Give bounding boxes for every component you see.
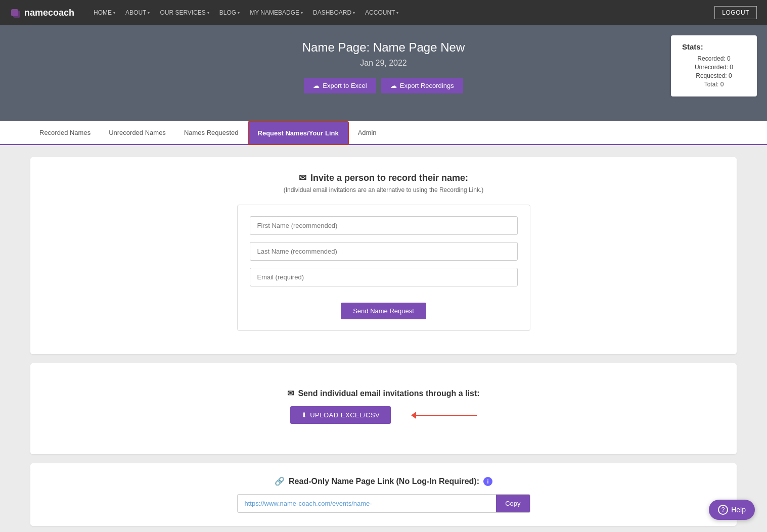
caret-icon: ▾ (207, 11, 209, 15)
tabs-section: Recorded Names Unrecorded Names Names Re… (0, 121, 767, 145)
send-list-section: ✉ Send individual email invitations thro… (56, 378, 711, 439)
export-recordings-button[interactable]: ☁ Export Recordings (381, 78, 463, 93)
caret-icon: ▾ (301, 11, 303, 15)
stat-recorded: Recorded: 0 (682, 55, 746, 62)
svg-rect-1 (13, 11, 20, 18)
info-icon: i (483, 477, 492, 486)
export-excel-button[interactable]: ☁ Export to Excel (304, 78, 376, 93)
send-list-card: ✉ Send individual email invitations thro… (30, 363, 737, 454)
send-name-request-button[interactable]: Send Name Request (341, 303, 426, 319)
arrow-line (416, 415, 477, 416)
read-only-title: 🔗 Read-Only Name Page Link (No Log-In Re… (56, 476, 711, 486)
tab-admin[interactable]: Admin (349, 121, 386, 145)
logo-text: namecoach (24, 8, 74, 18)
stat-requested: Requested: 0 (682, 72, 746, 79)
help-button[interactable]: ? Help (709, 500, 755, 520)
caret-icon: ▾ (148, 11, 150, 15)
upload-icon: ☁ (390, 82, 397, 89)
stats-box: Stats: Recorded: 0 Unrecorded: 0 Request… (671, 35, 757, 96)
main-content: ✉ Invite a person to record their name: … (0, 145, 767, 532)
last-name-input[interactable] (250, 242, 518, 261)
read-only-card: 🔗 Read-Only Name Page Link (No Log-In Re… (30, 463, 737, 526)
nav-home[interactable]: HOME ▾ (89, 6, 119, 19)
tab-names-requested[interactable]: Names Requested (175, 121, 248, 145)
help-circle-icon: ? (718, 505, 728, 515)
upload-icon: ☁ (313, 82, 320, 89)
invite-form-card: Send Name Request (237, 205, 530, 331)
nav-about[interactable]: ABOUT ▾ (121, 6, 154, 19)
stat-total: Total: 0 (682, 81, 746, 88)
caret-icon: ▾ (396, 11, 398, 15)
caret-icon: ▾ (238, 11, 240, 15)
arrow-head-icon (411, 412, 416, 419)
send-list-title: ✉ Send individual email invitations thro… (56, 389, 711, 398)
arrow-indicator (411, 412, 477, 419)
nav-links: HOME ▾ ABOUT ▾ OUR SERVICES ▾ BLOG ▾ MY … (89, 6, 714, 19)
envelope-list-icon: ✉ (287, 389, 294, 398)
invite-subtitle: (Individual email invitations are an alt… (56, 186, 711, 194)
stats-title: Stats: (682, 42, 746, 51)
logout-button[interactable]: LOGOUT (714, 6, 757, 19)
upload-area: ⬇ UPLOAD EXCEL/CSV (56, 406, 711, 424)
page-title: Name Page: Name Page New (10, 40, 757, 55)
read-only-link-input[interactable] (238, 495, 497, 512)
link-input-row: Copy (237, 494, 530, 513)
envelope-icon: ✉ (299, 172, 306, 183)
caret-icon: ▾ (113, 11, 115, 15)
link-icon: 🔗 (275, 476, 285, 486)
first-name-input[interactable] (250, 216, 518, 235)
logo-icon (10, 7, 21, 18)
caret-icon: ▾ (353, 11, 355, 15)
navbar: namecoach HOME ▾ ABOUT ▾ OUR SERVICES ▾ … (0, 0, 767, 25)
invite-title: ✉ Invite a person to record their name: (56, 172, 711, 183)
header-buttons: ☁ Export to Excel ☁ Export Recordings (10, 78, 757, 93)
invite-card: ✉ Invite a person to record their name: … (30, 157, 737, 354)
header-section: Name Page: Name Page New Jan 29, 2022 ☁ … (0, 25, 767, 121)
logo[interactable]: namecoach (10, 7, 74, 18)
copy-link-button[interactable]: Copy (496, 495, 529, 512)
nav-blog[interactable]: BLOG ▾ (215, 6, 244, 19)
email-input[interactable] (250, 268, 518, 286)
upload-excel-csv-button[interactable]: ⬇ UPLOAD EXCEL/CSV (290, 406, 391, 424)
tab-unrecorded-names[interactable]: Unrecorded Names (100, 121, 175, 145)
nav-dashboard[interactable]: DASHBOARD ▾ (309, 6, 359, 19)
page-date: Jan 29, 2022 (10, 59, 757, 68)
nav-services[interactable]: OUR SERVICES ▾ (156, 6, 213, 19)
nav-namebadge[interactable]: MY NAMEBADGE ▾ (246, 6, 307, 19)
stat-unrecorded: Unrecorded: 0 (682, 64, 746, 71)
download-icon: ⬇ (301, 411, 307, 419)
tab-recorded-names[interactable]: Recorded Names (30, 121, 100, 145)
nav-account[interactable]: ACCOUNT ▾ (361, 6, 402, 19)
tab-request-names[interactable]: Request Names/Your Link (248, 121, 349, 145)
